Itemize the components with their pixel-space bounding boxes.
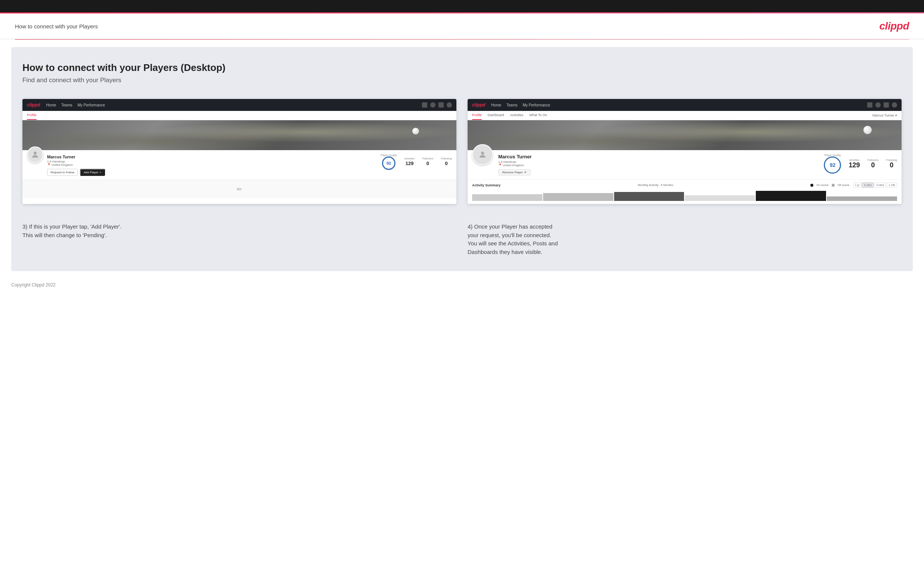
search-icon-1[interactable] (422, 102, 427, 108)
main-content: How to connect with your Players (Deskto… (11, 47, 913, 271)
profile-right-info-2: Marcus Turner 1-5 Handicap 📍 United King… (498, 154, 819, 176)
golf-ball-1 (412, 128, 419, 134)
following-label-1: Following (441, 157, 452, 160)
activity-header-2: Activity Summary Monthly Activity · 6 Mo… (472, 183, 897, 187)
bar-4 (685, 195, 755, 201)
profile-name-2: Marcus Turner (498, 154, 819, 160)
step3-text: 3) If this is your Player tap, 'Add Play… (23, 222, 456, 239)
profile-buttons-1: Request to Follow Add Player + (47, 169, 377, 176)
request-follow-button[interactable]: Request to Follow (47, 169, 78, 176)
nav-home-1[interactable]: Home (46, 103, 56, 107)
following-value-2: 0 (890, 161, 893, 169)
profile-section-1: Marcus Turner 1-5 Handicap 📍 United King… (23, 150, 456, 180)
avatar-1 (27, 147, 44, 163)
svg-point-0 (34, 152, 37, 155)
activity-period-2: Monthly Activity · 6 Months (638, 184, 673, 187)
tab-whattoon-2[interactable]: What To On (529, 111, 547, 120)
profile-info-1: Marcus Turner 1-5 Handicap 📍 United King… (47, 154, 377, 176)
nav-teams-1[interactable]: Teams (61, 103, 72, 107)
player-quality-circle-1: 92 (382, 156, 396, 170)
nav-performance-1[interactable]: My Performance (78, 103, 105, 107)
time-3mths[interactable]: 3 mths (874, 183, 886, 187)
main-title: How to connect with your Players (Deskto… (23, 62, 901, 74)
profile-location-2: 📍 United Kingdom (498, 164, 819, 167)
clippd-logo: clippd (880, 20, 909, 32)
time-6mths[interactable]: 6 mths (862, 183, 874, 187)
followers-stat-2: Followers 0 (867, 159, 879, 169)
profile-section-2: Marcus Turner 1-5 Handicap 📍 United King… (468, 150, 901, 179)
top-bar (0, 0, 924, 13)
followers-label-1: Followers (422, 157, 433, 160)
app-nav-icons-2 (867, 102, 897, 108)
settings-icon-2[interactable] (884, 102, 889, 108)
description-section: 3) If this is your Player tap, 'Add Play… (23, 215, 901, 260)
following-stat-2: Following 0 (886, 159, 897, 169)
app-logo-1: clippd (27, 102, 40, 108)
add-player-button[interactable]: Add Player + (80, 169, 105, 176)
bar-6 (827, 197, 897, 201)
copyright-text: Copyright Clippd 2022 (11, 282, 56, 288)
app-navbar-2: clippd Home Teams My Performance (468, 99, 901, 111)
remove-player-button[interactable]: Remove Player ✕ (498, 169, 531, 176)
chevron-down-icon: ▾ (895, 114, 897, 117)
close-icon: ✕ (524, 171, 527, 174)
screenshots-row: clippd Home Teams My Performance Profile (23, 99, 901, 204)
app-nav-links-2: Home Teams My Performance (491, 103, 867, 107)
bar-2 (543, 193, 613, 201)
pen-icon-1: ✏ (237, 185, 242, 193)
nav-teams-2[interactable]: Teams (506, 103, 517, 107)
app-tabs-2: Profile Dashboard Activities What To On … (468, 111, 901, 120)
tab-profile-2[interactable]: Profile (472, 111, 482, 120)
time-1yr[interactable]: 1 yr (853, 183, 862, 187)
followers-label-2: Followers (867, 159, 879, 161)
activity-summary-2: Activity Summary Monthly Activity · 6 Mo… (468, 179, 901, 204)
settings-icon-1[interactable] (438, 102, 444, 108)
offcourse-label: Off course (838, 184, 850, 186)
activity-bars-2 (472, 190, 897, 201)
page-footer: Copyright Clippd 2022 (0, 279, 924, 291)
profile-icon-2[interactable] (892, 102, 897, 108)
activities-label-1: Activities (404, 157, 415, 160)
user-dropdown-2[interactable]: Marcus Turner ▾ (872, 111, 897, 120)
user-icon-1[interactable] (430, 102, 435, 108)
bar-1 (472, 194, 542, 201)
activity-legend-2: On course Off course (810, 184, 849, 187)
profile-handicap-2: 1-5 Handicap (498, 160, 819, 164)
stats-row-2: Player Quality 92 Activities 129 Followe… (824, 154, 897, 174)
screenshot-bottom-1: ✏ (23, 180, 456, 198)
activities-stat-1: Activities 129 (404, 157, 415, 166)
search-icon-2[interactable] (867, 102, 872, 108)
time-1mth[interactable]: 1 mth (887, 183, 897, 187)
player-quality-stat-1: Player Quality 92 (381, 154, 397, 170)
golf-banner-overlay-1 (23, 120, 456, 150)
avatar-icon-1 (31, 150, 40, 159)
nav-performance-2[interactable]: My Performance (523, 103, 550, 107)
profile-icon-1[interactable] (447, 102, 452, 108)
golf-banner-1 (23, 120, 456, 150)
bar-3 (614, 192, 684, 201)
user-icon-2[interactable] (876, 102, 880, 108)
tab-activities-2[interactable]: Activities (510, 111, 524, 120)
tab-profile-1[interactable]: Profile (27, 111, 37, 120)
activities-value-2: 129 (848, 161, 860, 169)
nav-home-2[interactable]: Home (491, 103, 501, 107)
following-value-1: 0 (445, 161, 448, 166)
app-tabs-1: Profile (23, 111, 456, 120)
page-header-title: How to connect with your Players (15, 23, 98, 29)
avatar-2 (472, 144, 493, 165)
plus-icon: + (99, 171, 101, 174)
activity-title-2: Activity Summary (472, 184, 501, 187)
profile-handicap-1: 1-5 Handicap (47, 160, 377, 163)
description-step3: 3) If this is your Player tap, 'Add Play… (23, 222, 456, 256)
activities-value-1: 129 (405, 161, 414, 166)
tab-dashboard-2[interactable]: Dashboard (488, 111, 504, 120)
app-navbar-1: clippd Home Teams My Performance (23, 99, 456, 111)
location-pin-icon-1: 📍 (47, 163, 51, 166)
player-quality-label-1: Player Quality (381, 154, 397, 156)
oncourse-label: On course (816, 184, 828, 186)
svg-point-1 (481, 152, 484, 155)
player-quality-label-2: Player Quality (824, 154, 841, 156)
stats-row-1: Player Quality 92 Activities 129 Followe… (381, 154, 452, 170)
bar-5 (756, 191, 826, 201)
golf-ball-2 (863, 126, 872, 134)
